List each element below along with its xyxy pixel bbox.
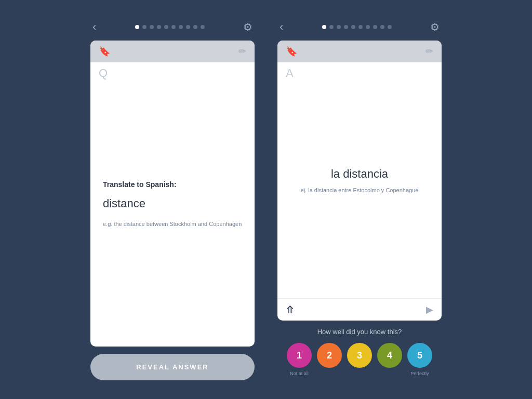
r-dot-1 [322, 25, 326, 29]
rating-button-5[interactable]: 5 [407, 343, 432, 368]
left-card-content: Translate to Spanish: distance e.g. the … [90, 62, 255, 347]
left-panel: ‹ ⚙ 🔖 ✏ Q Translate to Spanish: distance… [84, 12, 261, 387]
dot-7 [179, 25, 183, 29]
right-settings-icon[interactable]: ⚙ [430, 21, 440, 33]
question-example: e.g. the distance between Stockholm and … [103, 220, 242, 229]
r-dot-6 [358, 25, 363, 29]
right-back-button[interactable]: ‹ [280, 21, 283, 33]
question-prompt: Translate to Spanish: [103, 180, 242, 189]
dot-8 [186, 25, 190, 29]
rating-item-1: 1Not at all [287, 343, 312, 376]
answer-example: ej. la distancia entre Estocolmo y Copen… [301, 187, 419, 193]
rating-button-3[interactable]: 3 [347, 343, 372, 368]
dot-6 [171, 25, 176, 29]
left-card-type: Q [99, 66, 108, 80]
rating-button-4[interactable]: 4 [377, 343, 402, 368]
right-top-bar: ‹ ⚙ [277, 21, 442, 33]
r-dot-4 [344, 25, 348, 29]
right-card-type: A [286, 66, 294, 80]
right-progress-dots [322, 25, 392, 29]
left-settings-icon[interactable]: ⚙ [243, 21, 252, 33]
right-card-content: la distancia ej. la distancia entre Esto… [277, 62, 442, 298]
right-panel: ‹ ⚙ 🔖 ✏ A la distancia ej. la distancia … [271, 12, 448, 387]
rating-item-3: 3. [347, 343, 372, 376]
right-bookmark-icon[interactable]: 🔖 [286, 46, 297, 57]
left-progress-dots [135, 25, 205, 29]
dot-1 [135, 25, 139, 29]
rating-item-2: 2. [317, 343, 342, 376]
dot-10 [201, 25, 205, 29]
answer-main: la distancia [331, 167, 388, 181]
left-card: 🔖 ✏ Q Translate to Spanish: distance e.g… [90, 41, 255, 347]
rating-button-1[interactable]: 1 [287, 343, 312, 368]
rating-label-3: . [359, 371, 361, 376]
rating-item-5: 5Perfectly [407, 343, 432, 376]
left-edit-icon[interactable]: ✏ [238, 46, 246, 57]
play-icon[interactable]: ▶ [426, 304, 433, 315]
right-card-header: 🔖 ✏ [277, 41, 442, 62]
dot-5 [164, 25, 168, 29]
reveal-answer-button[interactable]: REVEAL ANSWER [90, 354, 255, 380]
left-back-button[interactable]: ‹ [92, 21, 96, 33]
r-dot-7 [366, 25, 370, 29]
card-footer-nav: ⤊ ▶ [277, 298, 442, 321]
dot-2 [142, 25, 147, 29]
r-dot-8 [373, 25, 377, 29]
rating-label-4: . [389, 371, 391, 376]
dot-3 [150, 25, 154, 29]
chevron-up-icon[interactable]: ⤊ [286, 304, 295, 315]
left-top-bar: ‹ ⚙ [90, 21, 255, 33]
rating-item-4: 4. [377, 343, 402, 376]
left-bookmark-icon[interactable]: 🔖 [99, 46, 110, 57]
rating-label-5: Perfectly [410, 371, 429, 376]
dot-4 [157, 25, 161, 29]
right-edit-icon[interactable]: ✏ [425, 46, 433, 57]
r-dot-9 [380, 25, 384, 29]
r-dot-2 [329, 25, 334, 29]
rating-label-2: . [329, 371, 330, 376]
r-dot-5 [351, 25, 355, 29]
dot-9 [193, 25, 197, 29]
rating-buttons: 1Not at all2.3.4.5Perfectly [287, 343, 432, 376]
rating-button-2[interactable]: 2 [317, 343, 342, 368]
r-dot-10 [388, 25, 392, 29]
left-card-header: 🔖 ✏ [90, 41, 255, 62]
rating-question: How well did you know this? [317, 328, 402, 336]
question-word: distance [103, 197, 242, 210]
rating-label-1: Not at all [290, 371, 309, 376]
rating-section: How well did you know this? 1Not at all2… [277, 321, 442, 380]
r-dot-3 [337, 25, 341, 29]
right-card: 🔖 ✏ A la distancia ej. la distancia entr… [277, 41, 442, 321]
